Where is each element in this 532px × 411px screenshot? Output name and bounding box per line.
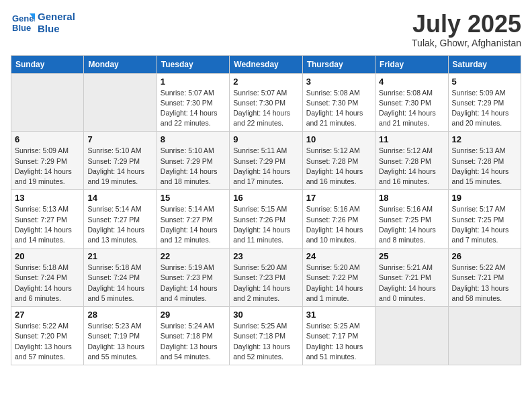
day-number: 23 (233, 251, 298, 261)
day-cell: 11Sunrise: 5:12 AM Sunset: 7:28 PM Dayli… (375, 132, 448, 190)
day-header-sunday: Sunday (11, 55, 84, 73)
location-subtitle: Tulak, Ghowr, Afghanistan (412, 38, 521, 48)
day-cell: 14Sunrise: 5:14 AM Sunset: 7:27 PM Dayli… (84, 190, 157, 248)
day-cell: 27Sunrise: 5:22 AM Sunset: 7:20 PM Dayli… (11, 307, 84, 365)
day-cell: 3Sunrise: 5:08 AM Sunset: 7:30 PM Daylig… (302, 73, 375, 132)
day-header-friday: Friday (375, 55, 448, 73)
week-row-2: 6Sunrise: 5:09 AM Sunset: 7:29 PM Daylig… (11, 132, 521, 190)
day-info: Sunrise: 5:07 AM Sunset: 7:30 PM Dayligh… (161, 88, 226, 129)
day-cell: 31Sunrise: 5:25 AM Sunset: 7:17 PM Dayli… (302, 307, 375, 365)
day-info: Sunrise: 5:13 AM Sunset: 7:28 PM Dayligh… (452, 146, 517, 187)
day-cell: 25Sunrise: 5:21 AM Sunset: 7:21 PM Dayli… (375, 248, 448, 307)
day-info: Sunrise: 5:19 AM Sunset: 7:23 PM Dayligh… (161, 263, 226, 304)
day-cell (11, 73, 84, 132)
day-cell: 30Sunrise: 5:25 AM Sunset: 7:18 PM Dayli… (230, 307, 302, 365)
day-number: 25 (379, 251, 444, 261)
day-number: 20 (15, 251, 80, 261)
day-info: Sunrise: 5:18 AM Sunset: 7:24 PM Dayligh… (87, 263, 152, 304)
day-cell: 15Sunrise: 5:14 AM Sunset: 7:27 PM Dayli… (157, 190, 229, 248)
day-number: 22 (161, 251, 226, 261)
day-info: Sunrise: 5:25 AM Sunset: 7:18 PM Dayligh… (233, 321, 298, 362)
day-cell: 26Sunrise: 5:22 AM Sunset: 7:21 PM Dayli… (448, 248, 521, 307)
day-info: Sunrise: 5:09 AM Sunset: 7:29 PM Dayligh… (15, 146, 80, 187)
week-row-5: 27Sunrise: 5:22 AM Sunset: 7:20 PM Dayli… (11, 307, 521, 365)
day-cell (84, 73, 157, 132)
day-number: 3 (306, 77, 371, 87)
day-number: 7 (87, 134, 152, 144)
day-number: 8 (161, 134, 226, 144)
day-number: 19 (452, 193, 517, 203)
logo-text: GeneralBlue (38, 11, 75, 35)
day-info: Sunrise: 5:16 AM Sunset: 7:25 PM Dayligh… (379, 204, 444, 245)
day-cell (375, 307, 448, 365)
day-cell: 21Sunrise: 5:18 AM Sunset: 7:24 PM Dayli… (84, 248, 157, 307)
day-cell: 9Sunrise: 5:11 AM Sunset: 7:29 PM Daylig… (230, 132, 302, 190)
day-info: Sunrise: 5:11 AM Sunset: 7:29 PM Dayligh… (233, 146, 298, 187)
day-info: Sunrise: 5:17 AM Sunset: 7:25 PM Dayligh… (452, 204, 517, 245)
day-cell: 5Sunrise: 5:09 AM Sunset: 7:29 PM Daylig… (448, 73, 521, 132)
day-header-tuesday: Tuesday (157, 55, 229, 73)
day-cell: 6Sunrise: 5:09 AM Sunset: 7:29 PM Daylig… (11, 132, 84, 190)
day-cell: 13Sunrise: 5:13 AM Sunset: 7:27 PM Dayli… (11, 190, 84, 248)
day-cell: 19Sunrise: 5:17 AM Sunset: 7:25 PM Dayli… (448, 190, 521, 248)
day-info: Sunrise: 5:21 AM Sunset: 7:21 PM Dayligh… (379, 263, 444, 304)
day-number: 31 (306, 310, 371, 320)
day-number: 30 (233, 310, 298, 320)
day-number: 1 (161, 77, 226, 87)
day-info: Sunrise: 5:18 AM Sunset: 7:24 PM Dayligh… (15, 263, 80, 304)
day-number: 4 (379, 77, 444, 87)
week-row-4: 20Sunrise: 5:18 AM Sunset: 7:24 PM Dayli… (11, 248, 521, 307)
title-block: July 2025 Tulak, Ghowr, Afghanistan (412, 11, 521, 48)
day-info: Sunrise: 5:12 AM Sunset: 7:28 PM Dayligh… (379, 146, 444, 187)
day-info: Sunrise: 5:09 AM Sunset: 7:29 PM Dayligh… (452, 88, 517, 129)
day-number: 18 (379, 193, 444, 203)
logo-icon: General Blue (11, 11, 35, 35)
day-cell: 16Sunrise: 5:15 AM Sunset: 7:26 PM Dayli… (230, 190, 302, 248)
day-number: 28 (87, 310, 152, 320)
day-header-thursday: Thursday (302, 55, 375, 73)
day-info: Sunrise: 5:20 AM Sunset: 7:22 PM Dayligh… (306, 263, 371, 304)
day-info: Sunrise: 5:15 AM Sunset: 7:26 PM Dayligh… (233, 204, 298, 245)
page-header: General Blue GeneralBlue July 2025 Tulak… (11, 11, 521, 48)
day-info: Sunrise: 5:10 AM Sunset: 7:29 PM Dayligh… (87, 146, 152, 187)
day-info: Sunrise: 5:22 AM Sunset: 7:20 PM Dayligh… (15, 321, 80, 362)
day-number: 10 (306, 134, 371, 144)
day-number: 29 (161, 310, 226, 320)
day-cell: 4Sunrise: 5:08 AM Sunset: 7:30 PM Daylig… (375, 73, 448, 132)
day-info: Sunrise: 5:07 AM Sunset: 7:30 PM Dayligh… (233, 88, 298, 129)
day-number: 17 (306, 193, 371, 203)
day-info: Sunrise: 5:13 AM Sunset: 7:27 PM Dayligh… (15, 204, 80, 245)
day-header-wednesday: Wednesday (230, 55, 302, 73)
day-cell: 7Sunrise: 5:10 AM Sunset: 7:29 PM Daylig… (84, 132, 157, 190)
day-number: 16 (233, 193, 298, 203)
day-cell: 20Sunrise: 5:18 AM Sunset: 7:24 PM Dayli… (11, 248, 84, 307)
day-info: Sunrise: 5:25 AM Sunset: 7:17 PM Dayligh… (306, 321, 371, 362)
day-number: 24 (306, 251, 371, 261)
day-cell: 12Sunrise: 5:13 AM Sunset: 7:28 PM Dayli… (448, 132, 521, 190)
day-cell: 28Sunrise: 5:23 AM Sunset: 7:19 PM Dayli… (84, 307, 157, 365)
day-cell: 10Sunrise: 5:12 AM Sunset: 7:28 PM Dayli… (302, 132, 375, 190)
day-header-saturday: Saturday (448, 55, 521, 73)
day-info: Sunrise: 5:08 AM Sunset: 7:30 PM Dayligh… (306, 88, 371, 129)
day-info: Sunrise: 5:14 AM Sunset: 7:27 PM Dayligh… (87, 204, 152, 245)
day-number: 21 (87, 251, 152, 261)
day-number: 5 (452, 77, 517, 87)
day-number: 11 (379, 134, 444, 144)
day-cell: 8Sunrise: 5:10 AM Sunset: 7:29 PM Daylig… (157, 132, 229, 190)
day-cell (448, 307, 521, 365)
day-cell: 22Sunrise: 5:19 AM Sunset: 7:23 PM Dayli… (157, 248, 229, 307)
week-row-1: 1Sunrise: 5:07 AM Sunset: 7:30 PM Daylig… (11, 73, 521, 132)
day-number: 2 (233, 77, 298, 87)
day-number: 9 (233, 134, 298, 144)
day-number: 12 (452, 134, 517, 144)
svg-text:Blue: Blue (12, 23, 31, 33)
day-info: Sunrise: 5:23 AM Sunset: 7:19 PM Dayligh… (87, 321, 152, 362)
day-cell: 18Sunrise: 5:16 AM Sunset: 7:25 PM Dayli… (375, 190, 448, 248)
calendar-table: SundayMondayTuesdayWednesdayThursdayFrid… (11, 55, 521, 365)
month-title: July 2025 (412, 11, 521, 38)
day-number: 15 (161, 193, 226, 203)
day-info: Sunrise: 5:14 AM Sunset: 7:27 PM Dayligh… (161, 204, 226, 245)
day-cell: 2Sunrise: 5:07 AM Sunset: 7:30 PM Daylig… (230, 73, 302, 132)
logo: General Blue GeneralBlue (11, 11, 75, 35)
day-cell: 1Sunrise: 5:07 AM Sunset: 7:30 PM Daylig… (157, 73, 229, 132)
